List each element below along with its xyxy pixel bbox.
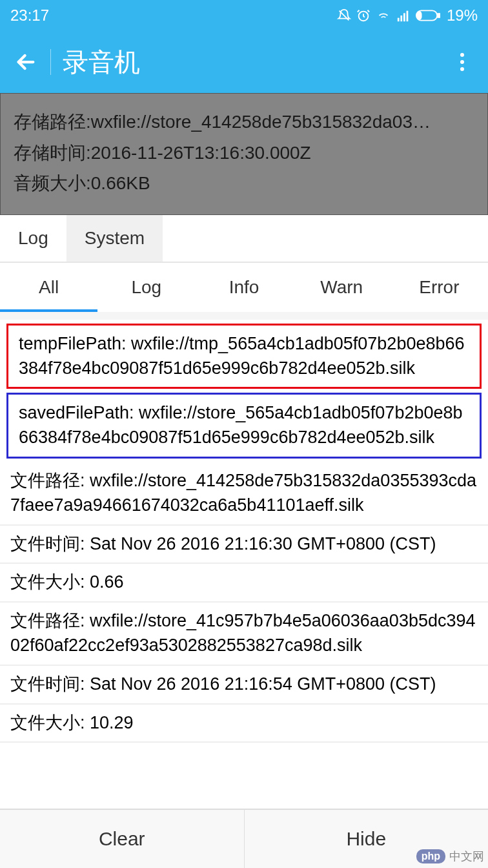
svg-rect-7 xyxy=(438,14,440,17)
arrow-left-icon xyxy=(15,51,37,73)
watermark: php 中文网 xyxy=(416,849,484,864)
svg-rect-4 xyxy=(407,11,409,21)
log-entry[interactable]: 文件时间: Sat Nov 26 2016 21:16:30 GMT+0800 … xyxy=(0,526,488,564)
alarm-icon xyxy=(356,8,371,23)
filter-log[interactable]: Log xyxy=(97,263,195,312)
status-time: 23:17 xyxy=(10,6,49,25)
clear-button[interactable]: Clear xyxy=(0,810,245,868)
divider xyxy=(50,49,51,75)
filter-tabs: All Log Info Warn Error xyxy=(0,263,488,320)
audio-size-line: 音频大小:0.66KB xyxy=(14,168,474,199)
log-entry[interactable]: 文件路径: wxfile://store_41c957b7b4e5a06036a… xyxy=(0,603,488,666)
tab-system[interactable]: System xyxy=(66,215,163,262)
log-list[interactable]: tempFilePath: wxfile://tmp_565a4cb1adb05… xyxy=(0,320,488,811)
svg-rect-6 xyxy=(418,12,422,19)
signal-icon xyxy=(396,8,411,23)
svg-rect-2 xyxy=(400,16,402,21)
bottom-bar: Clear Hide xyxy=(0,809,488,868)
log-entry-temp-path[interactable]: tempFilePath: wxfile://tmp_565a4cb1adb05… xyxy=(6,324,482,389)
filter-warn[interactable]: Warn xyxy=(293,263,391,312)
filter-all[interactable]: All xyxy=(0,263,97,312)
log-entry[interactable]: 文件路径: wxfile://store_414258de75b315832da… xyxy=(0,462,488,526)
tab-log[interactable]: Log xyxy=(0,215,66,262)
storage-path-line: 存储路径:wxfile://store_414258de75b315832da0… xyxy=(14,107,474,138)
info-panel: 存储路径:wxfile://store_414258de75b315832da0… xyxy=(0,93,488,215)
battery-icon xyxy=(416,10,440,21)
more-button[interactable] xyxy=(449,49,475,75)
log-entry[interactable]: 文件时间: Sat Nov 26 2016 21:16:54 GMT+0800 … xyxy=(0,666,488,705)
php-badge: php xyxy=(416,849,445,863)
log-entry[interactable]: 文件大小: 0.66 xyxy=(0,564,488,603)
wifi-icon xyxy=(376,8,391,23)
storage-time-line: 存储时间:2016-11-26T13:16:30.000Z xyxy=(14,138,474,169)
watermark-text: 中文网 xyxy=(449,849,484,864)
mute-icon xyxy=(337,8,351,23)
battery-percent: 19% xyxy=(447,6,478,25)
filter-error[interactable]: Error xyxy=(391,263,488,312)
filter-info[interactable]: Info xyxy=(195,263,292,312)
main-tabs: Log System xyxy=(0,215,488,263)
app-bar: 录音机 xyxy=(0,31,488,93)
svg-rect-1 xyxy=(398,18,400,21)
svg-rect-3 xyxy=(403,13,405,21)
status-right: 19% xyxy=(337,6,478,25)
status-icons xyxy=(337,8,440,23)
log-entry[interactable]: 文件大小: 10.29 xyxy=(0,705,488,743)
status-bar: 23:17 19% xyxy=(0,0,488,31)
log-entry-saved-path[interactable]: savedFilePath: wxfile://store_565a4cb1ad… xyxy=(6,393,482,459)
page-title: 录音机 xyxy=(63,45,449,80)
back-button[interactable] xyxy=(13,49,39,75)
